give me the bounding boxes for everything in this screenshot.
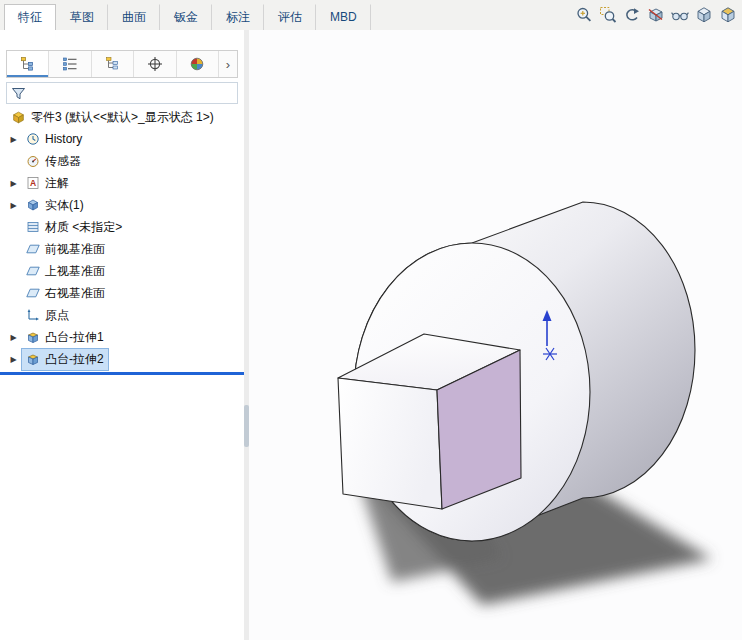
panel-tabs-more-chevron[interactable]: › xyxy=(219,51,237,77)
dimxpertmanager-icon xyxy=(147,56,163,72)
part-icon xyxy=(11,110,26,125)
origin-icon xyxy=(26,308,40,322)
tree-filter xyxy=(6,82,238,104)
expand-arrow-icon[interactable]: ▶ xyxy=(6,135,21,144)
tree-item-label: 实体(1) xyxy=(45,197,84,214)
tree-item-history[interactable]: ▶ History xyxy=(0,128,244,150)
expand-arrow-icon[interactable]: ▶ xyxy=(6,201,21,210)
cube-left-face xyxy=(338,378,442,509)
rollback-bar[interactable] xyxy=(0,372,244,375)
expand-arrow-icon[interactable]: ▶ xyxy=(6,179,21,188)
history-icon xyxy=(26,132,40,146)
plane-icon xyxy=(26,242,40,256)
tree-item-label: 上视基准面 xyxy=(45,263,105,280)
display-style-icon[interactable] xyxy=(694,5,714,25)
feature-manager-panel: › 零件3 (默认<<默认>_显示状态 1>) ▶ xyxy=(0,30,245,640)
tree-item-label: 材质 <未指定> xyxy=(45,219,122,236)
heads-up-toolbar xyxy=(574,5,738,25)
tree-item-label: 传感器 xyxy=(45,153,81,170)
boss-extrude-icon xyxy=(26,330,40,344)
tree-item-label: 右视基准面 xyxy=(45,285,105,302)
tree-item-annotations[interactable]: ▶ A 注解 xyxy=(0,172,244,194)
tree-item-label: 凸台-拉伸2 xyxy=(45,351,104,368)
solid-bodies-icon xyxy=(26,198,40,212)
graphics-area[interactable] xyxy=(249,30,742,640)
tree-item-origin[interactable]: ▶ 原点 xyxy=(0,304,244,326)
tree-item-boss-extrude1[interactable]: ▶ 凸台-拉伸1 xyxy=(0,326,244,348)
ribbon-tab-mbd[interactable]: MBD xyxy=(316,4,371,32)
expand-arrow-icon[interactable]: ▶ xyxy=(6,333,21,342)
panel-tab-bar: › xyxy=(6,50,238,78)
tree-item-material[interactable]: ▶ 材质 <未指定> xyxy=(0,216,244,238)
tree-item-boss-extrude2[interactable]: ▶ 凸台-拉伸2 xyxy=(0,348,244,370)
material-icon xyxy=(26,220,40,234)
boss-extrude-icon xyxy=(26,352,40,366)
tab-displaymanager[interactable] xyxy=(177,51,219,77)
tab-featuremanager-tree[interactable] xyxy=(7,51,49,77)
solidworks-window: 特征 草图 曲面 钣金 标注 评估 MBD xyxy=(0,0,742,640)
plane-icon xyxy=(26,286,40,300)
tree-item-label: 凸台-拉伸1 xyxy=(45,329,104,346)
ribbon-tabs: 特征 草图 曲面 钣金 标注 评估 MBD xyxy=(4,4,371,32)
tree-item-top-plane[interactable]: ▶ 上视基准面 xyxy=(0,260,244,282)
tree-item-label: 前视基准面 xyxy=(45,241,105,258)
featuremanager-tree-icon xyxy=(20,56,36,72)
ribbon: 特征 草图 曲面 钣金 标注 评估 MBD xyxy=(0,0,742,31)
hide-show-items-icon[interactable] xyxy=(670,5,690,25)
ribbon-tab-features[interactable]: 特征 xyxy=(4,4,56,32)
ribbon-tab-annotate[interactable]: 标注 xyxy=(212,4,264,32)
tree-item-solid-bodies[interactable]: ▶ 实体(1) xyxy=(0,194,244,216)
view-orientation-icon[interactable] xyxy=(718,5,738,25)
tree-item-front-plane[interactable]: ▶ 前视基准面 xyxy=(0,238,244,260)
ribbon-tab-sketch[interactable]: 草图 xyxy=(56,4,108,32)
expand-arrow-icon[interactable]: ▶ xyxy=(6,355,21,364)
tree-root-label: 零件3 (默认<<默认>_显示状态 1>) xyxy=(31,109,214,126)
ribbon-tab-sheetmetal[interactable]: 钣金 xyxy=(160,4,212,32)
annotations-icon: A xyxy=(26,176,40,190)
tree-item-label: 原点 xyxy=(45,307,69,324)
filter-input[interactable] xyxy=(30,86,233,100)
tab-dimxpertmanager[interactable] xyxy=(134,51,176,77)
viewport-canvas[interactable] xyxy=(249,30,742,640)
sensors-icon xyxy=(26,154,40,168)
zoom-to-fit-icon[interactable] xyxy=(574,5,594,25)
svg-text:A: A xyxy=(30,178,36,188)
ribbon-tab-surfaces[interactable]: 曲面 xyxy=(108,4,160,32)
tree-item-label: History xyxy=(45,132,82,146)
filter-funnel-icon xyxy=(11,86,26,101)
ribbon-tab-evaluate[interactable]: 评估 xyxy=(264,4,316,32)
tree-root-part[interactable]: 零件3 (默认<<默认>_显示状态 1>) xyxy=(0,106,244,128)
configurationmanager-icon xyxy=(105,56,121,72)
section-view-icon[interactable] xyxy=(646,5,666,25)
displaymanager-icon xyxy=(189,56,205,72)
propertymanager-icon xyxy=(62,56,78,72)
previous-view-icon[interactable] xyxy=(622,5,642,25)
tab-propertymanager[interactable] xyxy=(49,51,91,77)
zoom-to-area-icon[interactable] xyxy=(598,5,618,25)
tree-item-sensors[interactable]: ▶ 传感器 xyxy=(0,150,244,172)
tab-configurationmanager[interactable] xyxy=(92,51,134,77)
tree-item-right-plane[interactable]: ▶ 右视基准面 xyxy=(0,282,244,304)
feature-tree: 零件3 (默认<<默认>_显示状态 1>) ▶ History ▶ xyxy=(0,106,244,375)
tree-item-label: 注解 xyxy=(45,175,69,192)
plane-icon xyxy=(26,264,40,278)
